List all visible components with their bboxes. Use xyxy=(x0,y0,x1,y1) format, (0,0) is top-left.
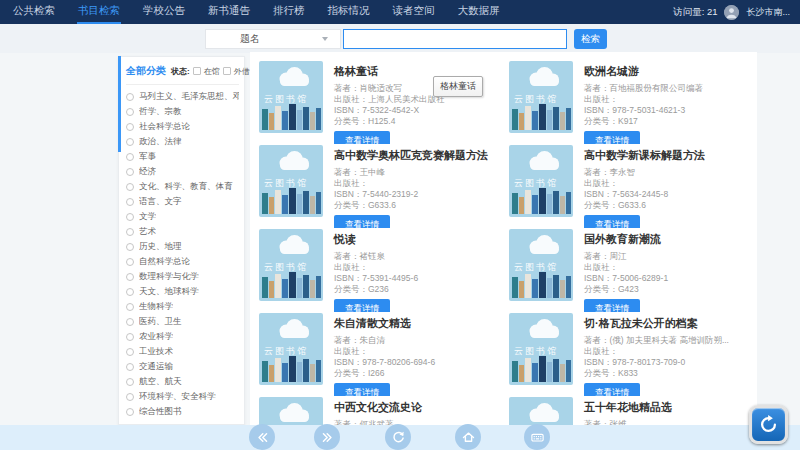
category-label: 数理科学与化学 xyxy=(139,271,199,283)
category-item[interactable]: 天文、地球科学 xyxy=(126,284,239,299)
category-label: 综合性图书 xyxy=(139,406,182,418)
nav-item-8[interactable]: 大数据屏 xyxy=(457,0,501,24)
book-callnumber: 分类号：H125.4 xyxy=(334,116,445,127)
category-item[interactable]: 工业技术 xyxy=(126,344,239,359)
chevron-down-icon xyxy=(322,37,328,41)
category-item[interactable]: 军事 xyxy=(126,149,239,164)
sidebar-scroll-indicator[interactable] xyxy=(118,56,121,152)
category-label: 马列主义、毛泽东思想、邓小平理论 xyxy=(139,91,239,103)
book-title[interactable]: 高中数学奥林匹克竞赛解题方法 xyxy=(334,148,488,163)
nav-item-4[interactable]: 新书通告 xyxy=(207,0,251,24)
nav-item-7[interactable]: 读者空间 xyxy=(392,0,436,24)
keyboard-icon xyxy=(530,430,545,445)
nav-item-5[interactable]: 排行榜 xyxy=(272,0,306,24)
category-item[interactable]: 自然科学总论 xyxy=(126,254,239,269)
top-navbar-items: 公共检索书目检索学校公告新书通告排行榜指标情况读者空间大数据屏 xyxy=(12,0,501,24)
book-title[interactable]: 朱自清散文精选 xyxy=(334,316,435,331)
radio-icon xyxy=(126,273,134,281)
book-isbn: ISBN：7-5391-4495-6 xyxy=(334,273,418,284)
category-item[interactable]: 历史、地理 xyxy=(126,239,239,254)
category-item[interactable]: 语言、文字 xyxy=(126,194,239,209)
book-title[interactable]: 欧洲名城游 xyxy=(584,64,703,79)
refresh-icon xyxy=(758,414,779,435)
book-cover-image: 云图书馆 xyxy=(259,229,323,301)
category-label: 历史、地理 xyxy=(139,241,182,253)
book-title[interactable]: 格林童话 xyxy=(334,64,445,79)
book-title[interactable]: 高中数学新课标解题方法 xyxy=(584,148,705,163)
user-name[interactable]: 长沙市南... xyxy=(746,6,790,19)
checkbox-on-loan[interactable] xyxy=(223,67,231,75)
category-label: 经济 xyxy=(139,166,156,178)
book-title[interactable]: 国外教育新潮流 xyxy=(584,232,668,247)
book-card: 云图书馆 国外教育新潮流 著者：周江 出版社： ISBN：7-5006-6289… xyxy=(508,228,751,312)
floating-refresh-button[interactable] xyxy=(749,405,788,444)
category-item[interactable]: 生物科学 xyxy=(126,299,239,314)
category-item[interactable]: 艺术 xyxy=(126,224,239,239)
book-publisher: 出版社： xyxy=(584,178,705,189)
user-avatar-icon[interactable] xyxy=(724,5,739,20)
book-cover-image: 云图书馆 xyxy=(259,145,323,217)
category-item[interactable]: 环境科学、安全科学 xyxy=(126,389,239,404)
category-item[interactable]: 哲学、宗教 xyxy=(126,104,239,119)
category-label: 政治、法律 xyxy=(139,136,182,148)
category-item[interactable]: 航空、航天 xyxy=(126,374,239,389)
book-title[interactable]: 切·格瓦拉未公开的档案 xyxy=(584,316,729,331)
nav-item-3[interactable]: 学校公告 xyxy=(142,0,186,24)
fast-forward-button[interactable] xyxy=(314,424,340,450)
refresh-button[interactable] xyxy=(385,424,411,450)
book-author: 著者：周江 xyxy=(584,251,668,262)
bottom-toolbar xyxy=(0,425,800,450)
nav-item-6[interactable]: 指标情况 xyxy=(327,0,371,24)
book-title[interactable]: 中西文化交流史论 xyxy=(334,400,435,415)
book-isbn: ISBN：978-7-5031-4621-3 xyxy=(584,105,703,116)
category-label: 医药、卫生 xyxy=(139,316,182,328)
radio-icon xyxy=(126,408,134,416)
category-item[interactable]: 文学 xyxy=(126,209,239,224)
category-label: 社会科学总论 xyxy=(139,121,190,133)
nav-item-2[interactable]: 书目检索 xyxy=(77,0,121,24)
book-title[interactable]: 五十年花地精品选 xyxy=(584,400,685,415)
fast-forward-icon xyxy=(320,430,335,445)
radio-icon xyxy=(126,138,134,146)
category-label: 生物科学 xyxy=(139,301,173,313)
search-input[interactable] xyxy=(343,29,567,49)
book-cover-image: 云图书馆 xyxy=(509,145,573,217)
category-item[interactable]: 马列主义、毛泽东思想、邓小平理论 xyxy=(126,89,239,104)
book-cover-image: 云图书馆 xyxy=(509,229,573,301)
search-button[interactable]: 检索 xyxy=(574,29,607,49)
search-field-select[interactable]: 题名 xyxy=(205,29,341,49)
book-publisher: 出版社： xyxy=(584,262,668,273)
book-title[interactable]: 悦读 xyxy=(334,232,418,247)
category-item[interactable]: 社会科学总论 xyxy=(126,119,239,134)
book-author: 著者：王中峰 xyxy=(334,167,488,178)
rewind-button[interactable] xyxy=(249,424,275,450)
rewind-icon xyxy=(255,430,270,445)
category-list: 马列主义、毛泽东思想、邓小平理论 哲学、宗教 社会科学总论 政治、法律 军事 经… xyxy=(126,89,239,419)
nav-item-1[interactable]: 公共检索 xyxy=(12,0,56,24)
category-label: 工业技术 xyxy=(139,346,173,358)
title-tooltip: 格林童话 xyxy=(433,76,483,97)
category-label: 军事 xyxy=(139,151,156,163)
category-item[interactable]: 文化、科学、教育、体育 xyxy=(126,179,239,194)
book-publisher: 出版社： xyxy=(584,94,703,105)
category-label: 文学 xyxy=(139,211,156,223)
refresh-icon xyxy=(391,430,406,445)
book-publisher: 出版社： xyxy=(584,346,729,357)
checkbox-in-library[interactable] xyxy=(193,67,201,75)
home-button[interactable] xyxy=(455,424,481,450)
keyboard-button[interactable] xyxy=(524,424,550,450)
category-item[interactable]: 交通运输 xyxy=(126,359,239,374)
category-item[interactable]: 农业科学 xyxy=(126,329,239,344)
category-item[interactable]: 数理科学与化学 xyxy=(126,269,239,284)
category-item[interactable]: 政治、法律 xyxy=(126,134,239,149)
book-callnumber: 分类号：K833 xyxy=(584,368,729,379)
book-card: 云图书馆 切·格瓦拉未公开的档案 著者：(俄) 加夫里科夫著 高增训防朔... … xyxy=(508,312,751,396)
category-item[interactable]: 经济 xyxy=(126,164,239,179)
book-author: 著者：朱自清 xyxy=(334,335,435,346)
top-navbar: 公共检索书目检索学校公告新书通告排行榜指标情况读者空间大数据屏 访问量: 21 … xyxy=(0,0,800,24)
category-item[interactable]: 医药、卫生 xyxy=(126,314,239,329)
category-item[interactable]: 综合性图书 xyxy=(126,404,239,419)
book-callnumber: 分类号：G236 xyxy=(334,284,418,295)
sidebar-title: 全部分类 xyxy=(126,64,166,78)
category-label: 自然科学总论 xyxy=(139,256,190,268)
